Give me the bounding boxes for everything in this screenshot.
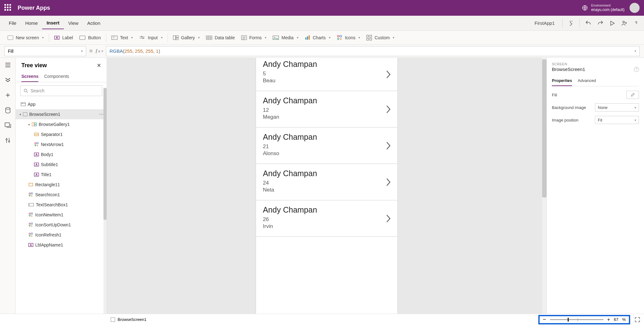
menu-action[interactable]: Action — [83, 17, 105, 29]
expand-icon[interactable]: ▾ — [28, 123, 30, 126]
environment-picker[interactable]: Environment enayu.com (default) — [582, 3, 625, 13]
forms-dropdown[interactable]: Forms▾ — [238, 33, 270, 42]
tree-item[interactable]: NextArrow1 — [16, 139, 107, 149]
chevron-right-icon[interactable] — [386, 70, 391, 79]
fill-color-picker[interactable] — [626, 91, 639, 99]
canvas-scrollbar[interactable] — [542, 58, 547, 314]
input-dropdown[interactable]: Input▾ — [136, 33, 165, 42]
properties-tab[interactable]: Properties — [552, 76, 572, 86]
tree-item[interactable]: TextSearchBox1 — [16, 200, 107, 210]
button-icon — [79, 35, 86, 40]
property-selector[interactable]: Fill ▾ — [4, 46, 86, 56]
svg-point-26 — [8, 141, 10, 142]
help-icon[interactable] — [633, 20, 640, 27]
gallery-card[interactable]: Andy Champan5Beau — [256, 58, 397, 91]
svg-point-13 — [274, 37, 275, 38]
menu-home[interactable]: Home — [21, 17, 42, 29]
tree-item[interactable]: IconRefresh1 — [16, 230, 107, 240]
svg-rect-24 — [5, 123, 9, 127]
user-avatar[interactable] — [630, 3, 640, 13]
menu-view[interactable]: View — [64, 17, 83, 29]
icons-dropdown[interactable]: Icons▾ — [334, 33, 363, 42]
chevron-right-icon[interactable] — [386, 105, 391, 114]
app-launcher-icon[interactable] — [4, 4, 12, 12]
data-table-button[interactable]: Data table — [203, 33, 238, 42]
zoom-out-button[interactable]: − — [543, 316, 546, 323]
tree-item[interactable]: Title1 — [16, 170, 107, 180]
expand-icon[interactable]: ▾ — [19, 113, 21, 116]
zoom-slider-thumb[interactable] — [568, 318, 569, 322]
tree-item[interactable]: IconSortUpDown1 — [16, 220, 107, 230]
label-button[interactable]: Label — [51, 33, 76, 42]
tree-view-icon[interactable] — [4, 77, 11, 84]
tree-search-input[interactable]: Search — [20, 85, 102, 96]
image-position-value: Fit — [598, 118, 602, 122]
hamburger-icon[interactable] — [4, 62, 11, 68]
gallery-dropdown[interactable]: Gallery▾ — [170, 33, 203, 42]
status-screen-indicator[interactable]: BrowseScreen1 — [111, 317, 147, 322]
fullscreen-icon[interactable] — [635, 317, 640, 322]
tree-tab-screens[interactable]: Screens — [21, 71, 38, 82]
separator — [562, 19, 563, 27]
tree-item[interactable]: SearchIcon1 — [16, 190, 107, 200]
tree-item[interactable]: LblAppName1 — [16, 240, 107, 250]
tree-item[interactable]: Separator1 — [16, 129, 107, 139]
label-button-label: Label — [62, 35, 73, 40]
menu-file[interactable]: File — [4, 17, 21, 29]
tree-item-browsescreen1[interactable]: ▾ BrowseScreen1 ⋯ — [16, 109, 107, 119]
tree-scrollbar[interactable] — [103, 88, 107, 314]
environment-icon — [582, 5, 588, 11]
app-checker-icon[interactable] — [568, 20, 575, 27]
svg-point-33 — [35, 143, 36, 144]
preview-play-icon[interactable] — [609, 20, 616, 27]
chevron-right-icon[interactable] — [386, 141, 391, 150]
gallery-card[interactable]: Andy Champan26Irvin — [256, 200, 397, 237]
close-panel-icon[interactable]: ✕ — [97, 62, 101, 68]
charts-dropdown[interactable]: Charts▾ — [302, 33, 334, 42]
chevron-right-icon[interactable] — [386, 177, 391, 187]
image-position-select[interactable]: Fit ▾ — [595, 116, 639, 124]
text-dropdown[interactable]: Text▾ — [108, 33, 136, 42]
info-icon[interactable]: ? — [634, 67, 639, 72]
tree-item[interactable]: Body1 — [16, 149, 107, 160]
tree-tab-components[interactable]: Components — [44, 71, 69, 82]
gallery-card[interactable]: Andy Champan21Alonso — [256, 127, 397, 164]
formula-input[interactable]: RGBA(255, 255, 255, 1) ▾ — [106, 46, 640, 56]
undo-icon[interactable] — [585, 20, 592, 27]
share-icon[interactable] — [621, 20, 628, 27]
advanced-tab[interactable]: Advanced — [578, 76, 596, 86]
zoom-slider[interactable] — [550, 319, 603, 320]
card-body: Beau — [263, 78, 391, 84]
gallery-card[interactable]: Andy Champan24Neta — [256, 164, 397, 200]
fx-label[interactable]: fx ▾ — [96, 48, 103, 54]
tree-item[interactable]: ▾BrowseGallery1 — [16, 119, 107, 129]
tree-item[interactable]: IconNewItem1 — [16, 210, 107, 220]
canvas-area[interactable]: Andy Champan5BeauAndy Champan12MeganAndy… — [107, 58, 547, 314]
app-preview[interactable]: Andy Champan5BeauAndy Champan12MeganAndy… — [256, 58, 397, 314]
new-screen-button[interactable]: New screen▾ — [4, 33, 47, 42]
media-dropdown[interactable]: Media▾ — [269, 33, 301, 42]
redo-icon[interactable] — [597, 20, 604, 27]
zoom-in-button[interactable]: + — [607, 317, 610, 322]
gallery-card[interactable]: Andy Champan12Megan — [256, 91, 397, 127]
custom-icon — [366, 35, 372, 41]
media-label: Media — [281, 35, 293, 40]
app-name-label[interactable]: FirstApp1 — [535, 20, 555, 26]
insert-pane-icon[interactable] — [4, 92, 11, 99]
data-pane-icon[interactable] — [4, 107, 11, 114]
svg-point-46 — [29, 233, 30, 234]
screen-icon — [111, 317, 115, 322]
tree-item-app[interactable]: App — [16, 99, 107, 109]
tree-item-label: IconNewItem1 — [35, 212, 63, 217]
menu-insert[interactable]: Insert — [42, 17, 64, 29]
text-icon — [111, 35, 118, 40]
chevron-right-icon[interactable] — [386, 214, 391, 223]
tree-item[interactable]: Subtitle1 — [16, 160, 107, 170]
custom-dropdown[interactable]: Custom▾ — [363, 33, 397, 42]
bg-image-select[interactable]: None ▾ — [595, 103, 639, 111]
media-pane-icon[interactable] — [4, 122, 11, 129]
card-subtitle: 5 — [263, 71, 391, 77]
button-button[interactable]: Button — [76, 33, 104, 42]
tree-item[interactable]: Rectangle11 — [16, 180, 107, 190]
advanced-tools-icon[interactable] — [4, 137, 11, 144]
